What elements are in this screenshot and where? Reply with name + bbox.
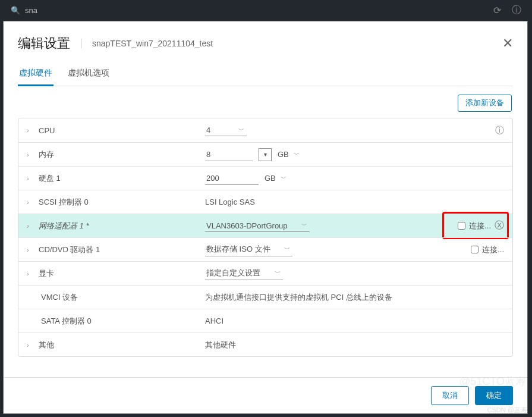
search-text: sna (25, 6, 37, 15)
row-vmci: VMCI 设备 为虚拟机通信接口提供支持的虚拟机 PCI 总线上的设备 (18, 285, 512, 309)
chevron-right-icon[interactable]: › (27, 270, 33, 277)
ok-button[interactable]: 确定 (475, 386, 513, 405)
tab-virtual-hardware[interactable]: 虚拟硬件 (18, 63, 53, 86)
row-gpu: ›显卡 指定自定义设置 ﹀ (18, 261, 512, 285)
row-scsi0: ›SCSI 控制器 0 LSI Logic SAS (18, 190, 512, 214)
chevron-right-icon[interactable]: › (27, 175, 33, 182)
memory-stepper[interactable]: ▾ (259, 148, 272, 161)
nic1-connect-checkbox[interactable] (458, 222, 465, 230)
remove-nic-icon[interactable]: ⓧ (495, 220, 504, 232)
row-nic1: ›网络适配器 1 * VLAN3603-DPortGroup ﹀ 连接... ⓧ (18, 214, 512, 237)
disk1-unit-select[interactable]: GB﹀ (265, 174, 287, 183)
chevron-down-icon: ﹀ (238, 126, 244, 134)
info-icon[interactable]: ⓘ (495, 125, 504, 136)
memory-input[interactable] (205, 148, 253, 161)
row-sata0: SATA 控制器 0 AHCI (18, 309, 512, 333)
chevron-down-icon: ﹀ (275, 269, 281, 277)
cd1-connect-checkbox[interactable] (471, 246, 479, 253)
refresh-icon[interactable]: ⟳ (493, 5, 501, 16)
other-value: 其他硬件 (205, 340, 236, 350)
row-cd1: ›CD/DVD 驱动器 1 数据存储 ISO 文件 ﹀ 连接... (18, 237, 512, 261)
tab-vm-options[interactable]: 虚拟机选项 (67, 63, 111, 86)
watermark-2: CSDN @蓝寿 (487, 406, 527, 415)
chevron-right-icon[interactable]: › (27, 151, 33, 158)
label-memory: 内存 (39, 149, 54, 160)
label-scsi0: SCSI 控制器 0 (39, 197, 89, 208)
chevron-right-icon[interactable]: › (27, 222, 33, 230)
help-icon[interactable]: ⓘ (512, 4, 521, 17)
chevron-right-icon[interactable]: › (27, 127, 33, 134)
watermark-1: @51CTO蓝寿 (459, 374, 526, 388)
label-disk1: 硬盘 1 (39, 173, 61, 184)
label-cpu: CPU (39, 126, 55, 135)
row-other: ›其他 其他硬件 (18, 333, 512, 356)
label-sata0: SATA 控制器 0 (41, 316, 92, 327)
nic1-value: VLAN3603-DPortGroup (206, 221, 288, 230)
hardware-config-panel: ›CPU 4﹀ ⓘ ›内存 ▾ GB﹀ ›硬盘 1 GB﹀ (18, 118, 513, 357)
label-gpu: 显卡 (39, 268, 54, 279)
disk1-size-input[interactable] (205, 172, 259, 185)
cd1-source-select[interactable]: 数据存储 ISO 文件 ﹀ (205, 243, 292, 256)
vmci-value: 为虚拟机通信接口提供支持的虚拟机 PCI 总线上的设备 (205, 292, 392, 303)
cd1-value: 数据存储 ISO 文件 (206, 244, 270, 255)
cpu-value: 4 (206, 126, 232, 134)
label-cd1: CD/DVD 驱动器 1 (39, 244, 100, 255)
chevron-down-icon: ﹀ (281, 174, 287, 183)
chevron-right-icon[interactable]: › (27, 199, 33, 206)
modal-title: 编辑设置 (18, 35, 70, 52)
scsi0-value: LSI Logic SAS (205, 197, 255, 206)
chevron-right-icon[interactable]: › (27, 341, 33, 349)
modal-subtitle: snapTEST_win7_20211104_test (81, 39, 213, 48)
gpu-select[interactable]: 指定自定义设置 ﹀ (205, 266, 283, 280)
disk1-unit: GB (265, 174, 276, 183)
search-icon: 🔍 (11, 6, 20, 15)
chevron-right-icon[interactable]: › (27, 246, 33, 253)
add-device-button[interactable]: 添加新设备 (458, 95, 512, 112)
chevron-down-icon: ﹀ (294, 151, 300, 159)
nic1-connect-label: 连接... (469, 221, 491, 231)
memory-unit: GB (278, 150, 289, 159)
label-nic1: 网络适配器 1 * (39, 221, 89, 231)
edit-settings-modal: 编辑设置 snapTEST_win7_20211104_test ✕ 虚拟硬件 … (3, 21, 528, 414)
cd1-connect-label: 连接... (482, 244, 504, 255)
label-vmci: VMCI 设备 (41, 292, 78, 303)
label-other: 其他 (39, 340, 54, 350)
gpu-value: 指定自定义设置 (206, 268, 260, 278)
chevron-down-icon: ﹀ (284, 245, 290, 253)
row-disk1: ›硬盘 1 GB﹀ (18, 166, 512, 190)
cancel-button[interactable]: 取消 (431, 386, 469, 405)
chevron-down-icon: ﹀ (301, 221, 307, 230)
nic1-network-select[interactable]: VLAN3603-DPortGroup ﹀ (205, 220, 310, 232)
cpu-select[interactable]: 4﹀ (205, 124, 247, 136)
row-cpu: ›CPU 4﹀ ⓘ (18, 118, 512, 142)
memory-unit-select[interactable]: GB﹀ (278, 150, 300, 159)
close-icon[interactable]: ✕ (502, 36, 513, 51)
sata0-value: AHCI (205, 316, 223, 325)
row-memory: ›内存 ▾ GB﹀ (18, 142, 512, 166)
